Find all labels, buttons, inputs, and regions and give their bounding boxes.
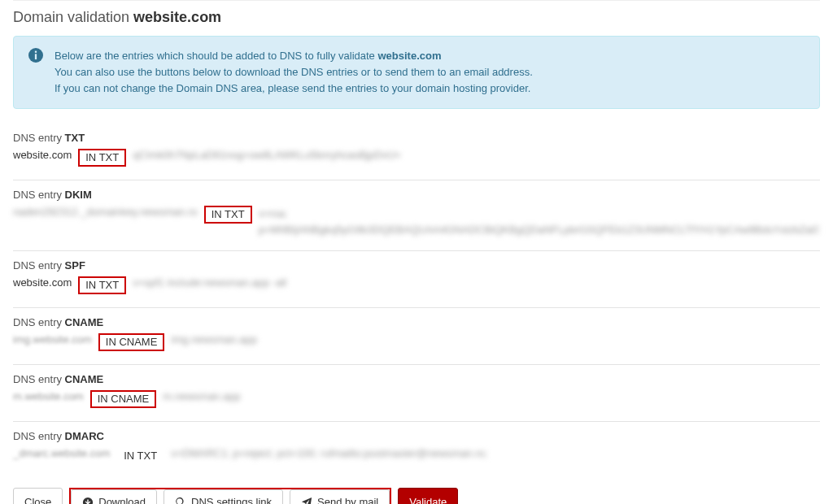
send-by-mail-label: Send by mail [317, 496, 378, 504]
close-button-label: Close [24, 496, 51, 504]
dns-value: m.newsman.app [163, 390, 240, 402]
dns-value: qCImk0h7NpLaD81nog=ow8LAWKLu5bnryhcasBjp… [133, 149, 401, 161]
button-bar: Close Download DNS settings link Send by… [13, 488, 820, 504]
page-title-domain: website.com [133, 9, 221, 25]
dns-entry-type: DKIM [65, 189, 92, 201]
dns-host: _dmarc.website.com [13, 447, 110, 459]
dns-value: v=rsa; p=MIIBIjANBgkq5yG9b3DQEBAQUAA4GNA… [259, 206, 820, 237]
alert-line1a: Below are the entries which should be ad… [55, 50, 377, 62]
dns-entry-type: CNAME [65, 316, 104, 328]
alert-line2: You can also use the buttons below to do… [55, 66, 533, 78]
dns-entry-label: DNS entry [13, 316, 62, 328]
dns-record-badge: IN CNAME [98, 333, 165, 351]
dns-entry-txt: DNS entry TXT website.com IN TXT qCImk0h… [13, 124, 820, 180]
dns-host: img.website.com [13, 333, 92, 345]
dns-entry-title: DNS entry CNAME [13, 373, 820, 385]
dns-entry-spf: DNS entry SPF website.com IN TXT v=spf1 … [13, 251, 820, 308]
send-by-mail-button[interactable]: Send by mail [290, 489, 390, 504]
dns-entry-title: DNS entry TXT [13, 132, 820, 144]
dns-settings-link-button[interactable]: DNS settings link [164, 489, 283, 504]
download-icon [82, 497, 94, 504]
dns-entry-label: DNS entry [13, 189, 62, 201]
dns-entry-label: DNS entry [13, 259, 62, 272]
dns-record-badge: IN TXT [78, 149, 126, 167]
info-alert: Below are the entries which should be ad… [13, 36, 820, 109]
dns-value: v=spf1 include:newsman.app -all [133, 276, 286, 289]
dns-value: img.newsman.app [171, 333, 257, 345]
dns-entry-title: DNS entry SPF [13, 259, 820, 272]
dns-entry-cname: DNS entry CNAME m.website.com IN CNAME m… [13, 365, 820, 422]
dns-record-badge: IN TXT [116, 447, 164, 465]
dns-entry-title: DNS entry CNAME [13, 316, 820, 328]
search-icon [175, 497, 186, 504]
paper-plane-icon [301, 497, 312, 504]
validate-button[interactable]: Validate [398, 488, 458, 504]
dns-entry-label: DNS entry [13, 430, 62, 442]
dns-value: v=DMARC1; p=reject; pct=100; rufmailto:p… [171, 447, 487, 459]
dns-entry-dmarc: DNS entry DMARC _dmarc.website.com IN TX… [13, 422, 820, 478]
page-title-prefix: Domain validation [13, 9, 129, 25]
close-button[interactable]: Close [13, 488, 63, 504]
dns-entry-label: DNS entry [13, 132, 62, 144]
dns-host: naden292312._domainkey.newsman.ro [13, 206, 198, 218]
dns-entry-type: SPF [65, 259, 85, 272]
dns-entry-dkim: DNS entry DKIM naden292312._domainkey.ne… [13, 180, 820, 251]
dns-entry-type: TXT [65, 132, 85, 144]
download-button[interactable]: Download [71, 489, 157, 504]
dns-entries-list: DNS entry TXT website.com IN TXT qCImk0h… [13, 124, 820, 478]
dns-entry-type: CNAME [65, 373, 104, 385]
dns-entry-type: DMARC [65, 430, 104, 442]
download-button-label: Download [98, 496, 146, 504]
alert-line1-domain: website.com [377, 50, 441, 62]
dns-record-badge: IN CNAME [90, 390, 157, 408]
validate-button-label: Validate [409, 496, 447, 504]
dns-entry-title: DNS entry DMARC [13, 430, 820, 442]
dns-settings-link-label: DNS settings link [191, 496, 272, 504]
dns-record-badge: IN TXT [78, 276, 126, 294]
dns-host: website.com [13, 149, 72, 161]
dns-entry-cname: DNS entry CNAME img.website.com IN CNAME… [13, 308, 820, 365]
dns-host: website.com [13, 276, 72, 289]
svg-rect-1 [35, 54, 37, 59]
dns-record-badge: IN TXT [204, 206, 252, 224]
svg-rect-2 [35, 51, 37, 53]
highlighted-button-group: Download DNS settings link Send by mail [69, 488, 391, 504]
info-icon [28, 48, 43, 63]
alert-line3: If you can not change the Domain DNS are… [55, 82, 530, 94]
page-title: Domain validation website.com [13, 0, 820, 36]
dns-entry-title: DNS entry DKIM [13, 189, 820, 201]
dns-host: m.website.com [13, 390, 84, 402]
dns-entry-label: DNS entry [13, 373, 62, 385]
